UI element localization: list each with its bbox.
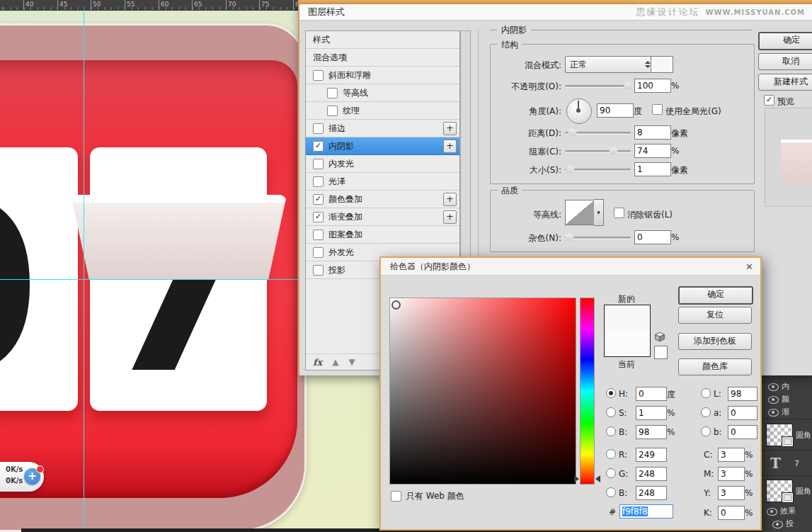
l-input[interactable]: [728, 387, 757, 401]
layer-thumbnail[interactable]: [766, 424, 793, 446]
a-input[interactable]: [728, 406, 757, 420]
distance-slider-thumb[interactable]: [568, 128, 577, 136]
effect-sub-row[interactable]: 投: [786, 519, 794, 529]
size-input[interactable]: [634, 162, 671, 176]
hex-input[interactable]: f9f8f8: [619, 504, 673, 519]
a-radio[interactable]: [701, 407, 711, 417]
layer-thumbnail[interactable]: [766, 480, 793, 502]
picker-reset-button[interactable]: 复位: [678, 307, 752, 324]
web-safe-swatch[interactable]: [654, 346, 668, 359]
shadow-color-swatch[interactable]: [651, 56, 673, 73]
horizontal-ruler[interactable]: 40 45 50 55 60 65 70 75 80: [0, 0, 298, 11]
saturation-brightness-field[interactable]: [389, 298, 576, 485]
choke-slider-thumb[interactable]: [609, 147, 618, 154]
add-effect-button[interactable]: +: [443, 193, 457, 206]
hue-slider[interactable]: [580, 298, 595, 485]
effect-row-gradient-overlay[interactable]: 渐: [782, 407, 789, 417]
choke-slider[interactable]: [565, 150, 631, 152]
style-item-pattern-overlay[interactable]: 图案叠加: [306, 226, 459, 244]
checkbox[interactable]: [327, 88, 338, 98]
distance-slider[interactable]: [565, 132, 631, 134]
m-input[interactable]: [718, 467, 745, 481]
style-item-bevel-emboss[interactable]: 斜面和浮雕: [306, 67, 459, 84]
b2-input[interactable]: [636, 486, 667, 500]
choke-input[interactable]: [634, 144, 671, 158]
lab-b-input[interactable]: [728, 425, 757, 439]
picker-ok-button[interactable]: 确定: [678, 286, 753, 305]
visibility-eye-icon[interactable]: [772, 521, 783, 528]
y-input[interactable]: [718, 486, 745, 500]
color-field-marker[interactable]: [391, 300, 401, 310]
fx-icon[interactable]: fx: [313, 357, 322, 368]
s-radio[interactable]: [606, 407, 616, 417]
l-radio[interactable]: [701, 388, 711, 398]
h-radio[interactable]: [606, 388, 616, 398]
effect-row-inner-shadow[interactable]: 内: [782, 381, 789, 392]
opacity-input[interactable]: [634, 79, 671, 93]
style-item-satin[interactable]: 光泽: [306, 173, 459, 191]
web-safe-cube-icon[interactable]: [654, 332, 665, 342]
r-input[interactable]: [636, 448, 667, 462]
h-input[interactable]: [636, 387, 667, 401]
g-input[interactable]: [636, 467, 667, 481]
b-input[interactable]: [636, 425, 667, 439]
add-effect-button[interactable]: +: [443, 210, 457, 224]
style-item-color-overlay[interactable]: ✓ 颜色叠加 +: [306, 191, 459, 208]
lab-b-radio[interactable]: [701, 426, 711, 436]
effect-row-color-overlay[interactable]: 颜: [782, 394, 789, 404]
checkbox[interactable]: [313, 247, 324, 258]
visibility-eye-icon[interactable]: [768, 396, 779, 404]
style-item-contour[interactable]: 等高线: [306, 84, 459, 102]
style-item-blending-options[interactable]: 混合选项: [306, 49, 459, 67]
b-radio[interactable]: [606, 426, 616, 436]
noise-slider-thumb[interactable]: [565, 233, 574, 241]
checkbox-checked[interactable]: ✓: [313, 212, 324, 222]
opacity-slider-thumb[interactable]: [624, 81, 633, 89]
checkbox[interactable]: [313, 70, 324, 81]
visibility-eye-icon[interactable]: [768, 383, 779, 391]
style-item-texture[interactable]: 纹理: [306, 102, 459, 120]
style-item-inner-glow[interactable]: 内发光: [306, 155, 459, 173]
color-picker-titlebar[interactable]: 拾色器（内阴影颜色） ✕: [381, 258, 760, 276]
layer-name[interactable]: 圆角: [796, 486, 811, 497]
checkbox[interactable]: [313, 159, 324, 169]
visibility-eye-icon[interactable]: [768, 409, 779, 417]
color-libraries-button[interactable]: 颜色库: [678, 358, 752, 375]
style-item-stroke[interactable]: 描边 +: [306, 120, 459, 137]
close-icon[interactable]: ✕: [745, 261, 753, 272]
effects-row[interactable]: 效果: [780, 506, 796, 516]
global-light-checkbox[interactable]: [652, 104, 663, 115]
noise-input[interactable]: [634, 230, 671, 244]
checkbox-checked[interactable]: ✓: [313, 194, 324, 205]
add-effect-button[interactable]: +: [443, 140, 457, 153]
g-radio[interactable]: [606, 468, 616, 478]
ok-button[interactable]: 确定: [758, 32, 812, 50]
preview-checkbox[interactable]: ✓: [764, 95, 774, 106]
web-only-checkbox[interactable]: [391, 491, 401, 502]
contour-thumbnail[interactable]: [565, 200, 595, 225]
cancel-button[interactable]: 取消: [758, 53, 812, 70]
text-layer-name[interactable]: 7: [794, 459, 799, 468]
move-up-icon[interactable]: ▲: [332, 357, 338, 367]
text-layer-icon[interactable]: T: [770, 455, 781, 472]
contour-dropdown-icon[interactable]: ▾: [594, 199, 604, 226]
opacity-slider[interactable]: [565, 85, 631, 87]
checkbox[interactable]: [313, 265, 324, 276]
new-style-button[interactable]: 新建样式: [758, 74, 812, 91]
layer-name[interactable]: 圆角: [796, 430, 811, 441]
checkbox-checked[interactable]: ✓: [313, 141, 324, 152]
add-effect-button[interactable]: +: [443, 122, 457, 135]
c-input[interactable]: [718, 448, 745, 462]
r-radio[interactable]: [606, 449, 616, 459]
visibility-eye-icon[interactable]: [767, 508, 777, 516]
checkbox[interactable]: [313, 123, 324, 134]
s-input[interactable]: [636, 406, 667, 420]
style-item-gradient-overlay[interactable]: ✓ 渐变叠加 +: [306, 208, 459, 226]
hue-slider-right-arrow-icon[interactable]: [595, 475, 600, 482]
angle-input[interactable]: [597, 103, 634, 118]
k-input[interactable]: [718, 506, 745, 520]
distance-input[interactable]: [634, 125, 671, 140]
current-color-swatch[interactable]: [605, 331, 650, 356]
checkbox[interactable]: [313, 176, 324, 187]
noise-slider[interactable]: [565, 237, 631, 239]
